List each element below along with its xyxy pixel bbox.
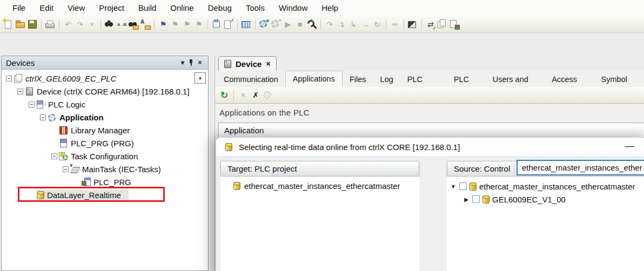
- delete-all-icon[interactable]: ✗: [250, 90, 261, 100]
- tree-item-plc-logic[interactable]: PLC Logic: [2, 98, 208, 111]
- tab-access-rights[interactable]: Access Rights: [545, 72, 594, 87]
- tree-item-library-manager[interactable]: Library Manager: [2, 124, 208, 137]
- tab-communication[interactable]: Communication: [217, 72, 285, 87]
- tab-symbol-rights[interactable]: Symbol Rights: [594, 72, 644, 87]
- source-download-icon[interactable]: [449, 19, 460, 30]
- tab-files[interactable]: Files: [343, 72, 373, 87]
- tree-item-label: ctrlX_GEL6009_EC_PLC: [25, 74, 116, 83]
- delete-icon[interactable]: ×: [86, 19, 97, 30]
- menu-item-help[interactable]: Help: [314, 0, 345, 16]
- list-item-application[interactable]: Application: [219, 123, 644, 138]
- source-tree-item-gel6009ec-v1-00[interactable]: ▶GEL6009EC_V1_00: [447, 193, 644, 206]
- source-tree: ▼ethercat_master_instances_ethercatmaste…: [447, 177, 644, 271]
- replace-icon[interactable]: A→B: [116, 19, 127, 30]
- tree-item-plc-prg[interactable]: PLC_PRG: [2, 175, 208, 188]
- tab-plc-shell[interactable]: PLC Shell: [447, 72, 486, 87]
- source-tree-item-ethercat-master-instances-ethercatmaster[interactable]: ▼ethercat_master_instances_ethercatmaste…: [447, 180, 644, 193]
- refresh-icon[interactable]: ↻: [219, 90, 230, 100]
- open-project-icon[interactable]: [15, 19, 26, 30]
- step-into-icon[interactable]: ↴: [336, 19, 347, 30]
- toggle-bookmark-icon[interactable]: ⚑: [158, 19, 169, 30]
- reset-icon[interactable]: ↻: [372, 19, 383, 30]
- menu-item-view[interactable]: View: [61, 0, 92, 16]
- tree-item-label: MainTask (IEC-Tasks): [82, 165, 161, 174]
- tree-item-device-ctrlx-core-arm64-192-168-0-1[interactable]: Device (ctrlX CORE ARM64) [192.168.0.1]: [2, 85, 208, 98]
- replace-in-project-icon[interactable]: [140, 19, 151, 30]
- previous-bookmark-icon[interactable]: ⚑: [170, 19, 180, 30]
- window-position-icon[interactable]: ▾: [178, 59, 187, 66]
- new-project-icon[interactable]: [3, 19, 14, 30]
- tree-item-application[interactable]: Application: [2, 111, 208, 124]
- filter-input[interactable]: [516, 160, 644, 175]
- menu-item-project[interactable]: Project: [92, 0, 131, 16]
- target-list-item[interactable]: ethercat_master_instances_ethercatmaster: [220, 177, 419, 191]
- step-out-icon[interactable]: ↳: [348, 19, 359, 30]
- expander-icon[interactable]: [51, 153, 57, 159]
- copy-icon[interactable]: [211, 19, 222, 30]
- expand-arrow-icon[interactable]: ▶: [463, 197, 469, 202]
- stop-icon[interactable]: ■: [294, 19, 305, 30]
- print-icon[interactable]: [45, 19, 56, 30]
- expand-arrow-icon[interactable]: ▼: [450, 184, 457, 189]
- next-bookmark-icon[interactable]: ⚑: [182, 19, 192, 30]
- tree-item-label: PLC_PRG (PRG): [71, 139, 134, 148]
- menu-item-window[interactable]: Window: [272, 0, 314, 16]
- expander-icon[interactable]: [29, 101, 35, 107]
- build-icon[interactable]: [407, 19, 418, 30]
- find-in-project-icon[interactable]: [128, 19, 139, 30]
- tab-log[interactable]: Log: [373, 72, 400, 87]
- start-icon[interactable]: ▶: [283, 19, 293, 30]
- toolbar-separator: [233, 90, 234, 100]
- tree-item-datalayer-realtime[interactable]: DataLayer_Realtime: [2, 188, 208, 201]
- tab-applications[interactable]: Applications: [285, 71, 343, 87]
- clear-bookmarks-icon[interactable]: ⚑: [193, 19, 204, 30]
- expander-icon[interactable]: [17, 89, 23, 94]
- menu-item-build[interactable]: Build: [131, 0, 163, 16]
- copy-pages-icon[interactable]: [437, 19, 448, 30]
- logout-icon[interactable]: [271, 19, 281, 30]
- close-icon[interactable]: ×: [266, 59, 270, 68]
- menu-item-debug[interactable]: Debug: [201, 0, 239, 16]
- new-window-icon[interactable]: [223, 19, 234, 30]
- goto-source-icon[interactable]: ⇨: [390, 19, 400, 30]
- pou-icon: [59, 139, 68, 147]
- tab-plc-settings[interactable]: PLC Settings: [400, 72, 447, 87]
- expander-icon[interactable]: [40, 114, 46, 120]
- content-icon[interactable]: [275, 90, 286, 100]
- menu-item-online[interactable]: Online: [163, 0, 200, 16]
- undo-icon[interactable]: ↶: [63, 19, 73, 30]
- multiple-download-icon[interactable]: ⇄: [425, 19, 436, 30]
- expander-icon[interactable]: [6, 76, 12, 82]
- save-project-icon[interactable]: [27, 19, 38, 30]
- close-icon[interactable]: ×: [195, 59, 205, 66]
- menu-item-edit[interactable]: Edit: [32, 0, 61, 16]
- tab-users-and-groups[interactable]: Users and Groups: [486, 72, 545, 87]
- minimize-button[interactable]: —: [625, 141, 634, 152]
- checkbox[interactable]: [459, 182, 467, 190]
- step-over-icon[interactable]: ↷: [324, 19, 335, 30]
- plc-logic-icon: [36, 100, 45, 109]
- devices-tree: ctrlX_GEL6009_EC_PLCDevice (ctrlX CORE A…: [2, 70, 208, 201]
- device-dropdown-button[interactable]: ▾: [194, 72, 206, 84]
- tree-item-plc-prg-prg[interactable]: PLC_PRG (PRG): [2, 137, 208, 150]
- menu-item-tools[interactable]: Tools: [239, 0, 272, 16]
- device-icon: [223, 59, 232, 68]
- tree-item-task-configuration[interactable]: Task Configuration: [2, 150, 208, 162]
- checkbox[interactable]: [472, 195, 480, 203]
- delete-icon[interactable]: ×: [238, 90, 249, 100]
- pin-icon[interactable]: [187, 59, 195, 66]
- info-icon[interactable]: [263, 90, 273, 100]
- tree-item-maintask-iec-tasks[interactable]: MainTask (IEC-Tasks): [2, 162, 208, 175]
- tree-item-ctrlx-gel6009-ec-plc[interactable]: ctrlX_GEL6009_EC_PLC: [2, 72, 208, 85]
- login-icon[interactable]: [259, 19, 270, 30]
- online-config-icon[interactable]: [306, 19, 317, 30]
- redo-icon[interactable]: ↷: [75, 19, 85, 30]
- application-icon: [48, 113, 57, 121]
- find-icon[interactable]: [104, 19, 115, 30]
- menu-item-file[interactable]: File: [5, 0, 32, 16]
- run-to-cursor-icon[interactable]: →: [360, 19, 371, 30]
- dialog-titlebar[interactable]: Selecting real-time data online from ctr…: [216, 138, 644, 156]
- expander-icon[interactable]: [63, 166, 69, 172]
- watch-table-icon[interactable]: [241, 19, 252, 30]
- tab-device[interactable]: Device ×: [218, 56, 277, 71]
